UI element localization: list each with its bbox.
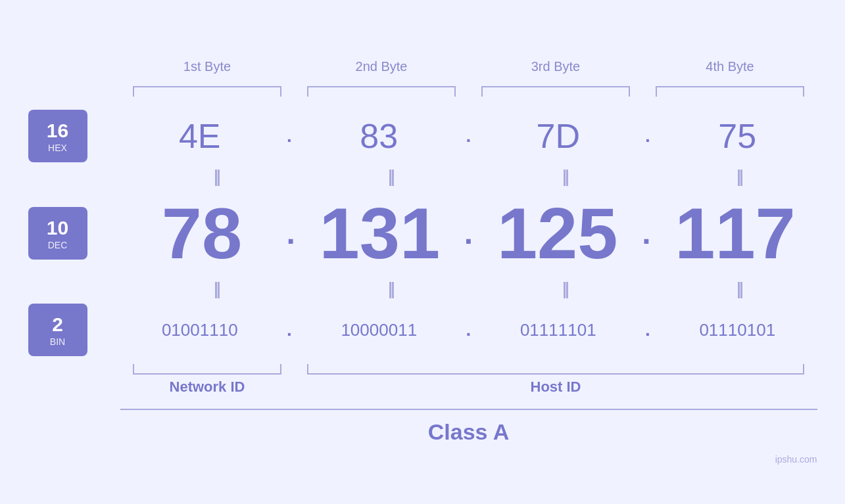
bin-base-label: BIN xyxy=(50,336,65,347)
bin-dot3: . xyxy=(638,319,658,340)
dec-row: 10 DEC 78 . 131 . 125 . 117 xyxy=(28,191,817,275)
host-id-label: Host ID xyxy=(531,378,581,396)
byte-headers: 1st Byte 2nd Byte 3rd Byte 4th Byte xyxy=(120,59,817,80)
host-id-section: Host ID xyxy=(295,364,817,396)
bin-dot2: . xyxy=(459,319,479,340)
eq2-1: ‖ xyxy=(140,280,295,298)
eq2-3: ‖ xyxy=(489,280,643,298)
hex-base-label: HEX xyxy=(48,143,67,153)
dec-base-label: DEC xyxy=(48,240,68,250)
eq1-4: ‖ xyxy=(663,168,817,186)
hex-byte1: 4E xyxy=(120,116,280,156)
top-brackets xyxy=(120,86,817,97)
dec-base-number: 10 xyxy=(47,216,68,240)
top-bracket-4 xyxy=(643,86,817,97)
bottom-brackets-row: Network ID Host ID xyxy=(120,364,817,396)
dec-byte2: 131 xyxy=(298,191,462,275)
hex-dot1: . xyxy=(279,126,299,147)
class-row: Class A xyxy=(120,409,817,445)
eq2-2: ‖ xyxy=(314,280,469,298)
main-container: 1st Byte 2nd Byte 3rd Byte 4th Byte 16 H… xyxy=(28,59,817,445)
hex-byte3: 7D xyxy=(479,116,639,156)
hex-badge: 16 HEX xyxy=(28,110,87,162)
byte1-header: 1st Byte xyxy=(120,59,295,80)
network-bracket xyxy=(133,364,281,375)
dec-dot1: . xyxy=(284,215,298,251)
dec-byte4: 117 xyxy=(654,191,817,275)
byte3-header: 3rd Byte xyxy=(469,59,643,80)
bin-row: 2 BIN 01001110 . 10000011 . 01111101 . 0… xyxy=(28,304,817,356)
bin-dot1: . xyxy=(279,319,299,340)
equals-row-2: ‖ ‖ ‖ ‖ xyxy=(120,280,817,298)
byte2-header: 2nd Byte xyxy=(295,59,469,80)
bin-values: 01001110 . 10000011 . 01111101 . 0111010… xyxy=(120,319,817,340)
dec-byte3: 125 xyxy=(475,191,639,275)
watermark: ipshu.com xyxy=(775,454,817,465)
bin-base-number: 2 xyxy=(52,313,63,336)
hex-values: 4E . 83 . 7D . 75 xyxy=(120,116,817,156)
top-bracket-3 xyxy=(469,86,643,97)
hex-dot2: . xyxy=(459,126,479,147)
hex-byte2: 83 xyxy=(299,116,459,156)
eq2-4: ‖ xyxy=(663,280,817,298)
bin-byte1: 01001110 xyxy=(120,320,280,340)
hex-dot3: . xyxy=(638,126,658,147)
bin-badge: 2 BIN xyxy=(28,304,87,356)
host-bracket xyxy=(307,364,804,375)
top-bracket-2 xyxy=(295,86,469,97)
network-id-section: Network ID xyxy=(120,364,295,396)
bin-byte3: 01111101 xyxy=(479,320,639,340)
top-bracket-1 xyxy=(120,86,295,97)
eq1-1: ‖ xyxy=(140,168,295,186)
dec-values: 78 . 131 . 125 . 117 xyxy=(120,191,817,275)
dec-badge: 10 DEC xyxy=(28,207,87,260)
bottom-brackets: Network ID Host ID xyxy=(120,364,817,396)
equals-row-1: ‖ ‖ ‖ ‖ xyxy=(120,168,817,186)
eq1-2: ‖ xyxy=(314,168,469,186)
hex-byte4: 75 xyxy=(658,116,817,156)
eq1-3: ‖ xyxy=(489,168,643,186)
bin-byte4: 01110101 xyxy=(658,320,817,340)
dec-dot2: . xyxy=(462,215,475,251)
dec-dot3: . xyxy=(639,215,653,251)
dec-byte1: 78 xyxy=(120,191,284,275)
bin-byte2: 10000011 xyxy=(299,320,459,340)
network-id-label: Network ID xyxy=(170,378,245,396)
class-label: Class A xyxy=(428,419,509,444)
hex-base-number: 16 xyxy=(47,119,68,143)
byte4-header: 4th Byte xyxy=(643,59,817,80)
hex-row: 16 HEX 4E . 83 . 7D . 75 xyxy=(28,110,817,162)
